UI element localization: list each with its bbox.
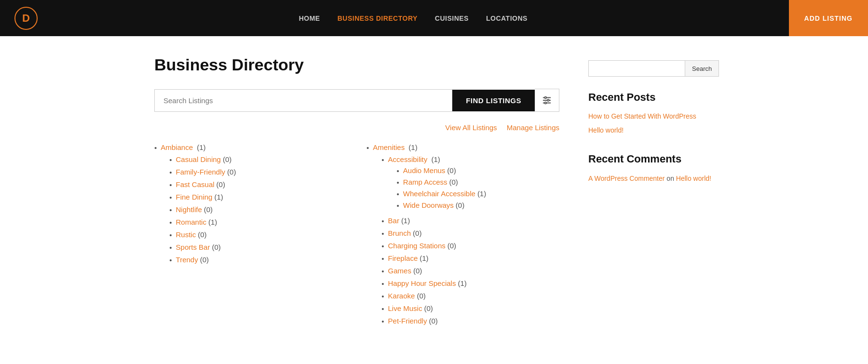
list-item: Live Music (0) <box>381 304 486 313</box>
category-count: (0) <box>424 304 433 312</box>
category-link[interactable]: Ramp Access <box>403 178 448 186</box>
category-link[interactable]: Bar <box>388 216 399 225</box>
add-listing-button[interactable]: ADD LISTING <box>789 0 868 36</box>
recent-comments-title: Recent Comments <box>588 153 714 165</box>
recent-posts-list: How to Get Started With WordPressHello w… <box>588 111 714 135</box>
category-count: (0) <box>204 205 213 214</box>
sidebar-search: Search <box>588 60 714 77</box>
ambiance-list: Ambiance (1) Casual Dining (0)Family-Fri… <box>154 143 347 268</box>
category-link[interactable]: Romantic <box>176 218 206 226</box>
manage-listings-link[interactable]: Manage Listings <box>507 123 559 132</box>
category-count: (1) <box>429 155 440 163</box>
listing-links: View All Listings Manage Listings <box>154 123 559 132</box>
list-item: Fine Dining (1) <box>169 193 236 202</box>
category-link[interactable]: Pet-Friendly <box>388 317 427 325</box>
category-link[interactable]: Accessibility <box>388 155 428 163</box>
sidebar-search-input[interactable] <box>588 60 685 77</box>
category-link[interactable]: Fine Dining <box>176 193 213 201</box>
category-link[interactable]: Games <box>388 267 411 275</box>
category-link[interactable]: Fast Casual <box>176 180 215 189</box>
list-item: Ramp Access (0) <box>397 178 487 187</box>
recent-comments-section: Recent Comments A WordPress Commenter on… <box>588 153 714 184</box>
category-count: (1) <box>458 279 466 287</box>
main-content: Business Directory FIND LISTINGS View Al… <box>154 55 559 334</box>
list-item: Games (0) <box>381 267 486 275</box>
listings-search-input[interactable] <box>154 89 452 112</box>
category-link[interactable]: Audio Menus <box>403 166 446 175</box>
category-count: (0) <box>227 168 236 176</box>
amenities-sub-list: Accessibility (1)Audio Menus (0)Ramp Acc… <box>381 155 486 325</box>
category-count: (0) <box>200 256 209 264</box>
sidebar: Search Recent Posts How to Get Started W… <box>588 55 714 334</box>
category-link[interactable]: Trendy <box>176 256 198 264</box>
header: D HOMEBUSINESS DIRECTORYCUISINESLOCATION… <box>0 0 868 36</box>
header-left: D <box>14 7 38 30</box>
category-count: (0) <box>417 292 425 300</box>
ambiance-link[interactable]: Ambiance <box>161 143 193 151</box>
category-link[interactable]: Happy Hour Specials <box>388 279 456 287</box>
category-col-amenities: Amenities (1) Accessibility (1)Audio Men… <box>366 143 559 334</box>
list-item: Charging Stations (0) <box>381 242 486 250</box>
list-item: Pet-Friendly (0) <box>381 317 486 325</box>
list-item: Fireplace (1) <box>381 254 486 263</box>
category-link[interactable]: Casual Dining <box>176 155 221 163</box>
recent-comments-list: A WordPress Commenter on Hello world! <box>588 173 714 184</box>
list-item: Wheelchair Accessible (1) <box>397 189 487 198</box>
amenities-list: Amenities (1) Accessibility (1)Audio Men… <box>366 143 559 329</box>
nav-link-home[interactable]: HOME <box>299 14 320 22</box>
category-link[interactable]: Karaoke <box>388 292 415 300</box>
amenities-count: (1) <box>408 143 417 151</box>
ambiance-count: (1) <box>197 143 205 151</box>
page-title: Business Directory <box>154 55 559 74</box>
category-count: (1) <box>420 254 428 262</box>
category-link[interactable]: Wheelchair Accessible <box>403 189 475 198</box>
list-item: Family-Friendly (0) <box>169 168 236 176</box>
category-count: (0) <box>212 243 220 251</box>
logo[interactable]: D <box>14 7 38 30</box>
category-count: (0) <box>413 267 422 275</box>
svg-point-3 <box>544 97 546 99</box>
list-item: Casual Dining (0) <box>169 155 236 164</box>
category-link[interactable]: Wide Doorways <box>403 201 454 209</box>
category-link[interactable]: Live Music <box>388 304 422 312</box>
view-all-listings-link[interactable]: View All Listings <box>445 123 497 132</box>
list-item: Bar (1) <box>381 216 486 225</box>
list-item: Trendy (0) <box>169 256 236 264</box>
category-link[interactable]: Brunch <box>388 229 411 237</box>
category-count: (1) <box>214 193 223 201</box>
recent-post-link[interactable]: How to Get Started With WordPress <box>588 111 714 121</box>
find-listings-button[interactable]: FIND LISTINGS <box>452 90 535 111</box>
amenities-link[interactable]: Amenities <box>373 143 405 151</box>
category-link[interactable]: Fireplace <box>388 254 418 262</box>
category-count: (0) <box>456 201 464 209</box>
list-item: Sports Bar (0) <box>169 243 236 252</box>
nav-link-business-directory[interactable]: BUSINESS DIRECTORY <box>338 14 418 22</box>
ambiance-sub-list: Casual Dining (0)Family-Friendly (0)Fast… <box>169 155 236 264</box>
list-item: Fast Casual (0) <box>169 180 236 189</box>
category-link[interactable]: Charging Stations <box>388 242 446 250</box>
category-count: (1) <box>477 189 486 198</box>
category-col-ambiance: Ambiance (1) Casual Dining (0)Family-Fri… <box>154 143 347 334</box>
category-count: (0) <box>447 166 456 175</box>
category-link[interactable]: Sports Bar <box>176 243 210 251</box>
category-link[interactable]: Family-Friendly <box>176 168 226 176</box>
comment-author-link[interactable]: A WordPress Commenter <box>588 175 665 182</box>
category-link[interactable]: Rustic <box>176 230 196 239</box>
category-count: (1) <box>208 218 217 226</box>
list-item: Karaoke (0) <box>381 292 486 300</box>
comment-item: A WordPress Commenter on Hello world! <box>588 173 714 184</box>
nav-link-cuisines[interactable]: CUISINES <box>435 14 469 22</box>
sidebar-search-button[interactable]: Search <box>685 60 719 77</box>
comment-text: A WordPress Commenter on Hello world! <box>588 175 711 182</box>
recent-post-link[interactable]: Hello world! <box>588 125 714 135</box>
list-item: Rustic (0) <box>169 230 236 239</box>
category-count: (0) <box>413 229 421 237</box>
category-link[interactable]: Nightlife <box>176 205 202 214</box>
categories: Ambiance (1) Casual Dining (0)Family-Fri… <box>154 143 559 334</box>
category-count: (0) <box>223 155 231 163</box>
comment-post-link[interactable]: Hello world! <box>676 175 711 182</box>
filter-icon-button[interactable] <box>535 89 559 112</box>
recent-posts-title: Recent Posts <box>588 91 714 104</box>
nav-link-locations[interactable]: LOCATIONS <box>486 14 528 22</box>
list-item: Accessibility (1)Audio Menus (0)Ramp Acc… <box>381 155 486 213</box>
